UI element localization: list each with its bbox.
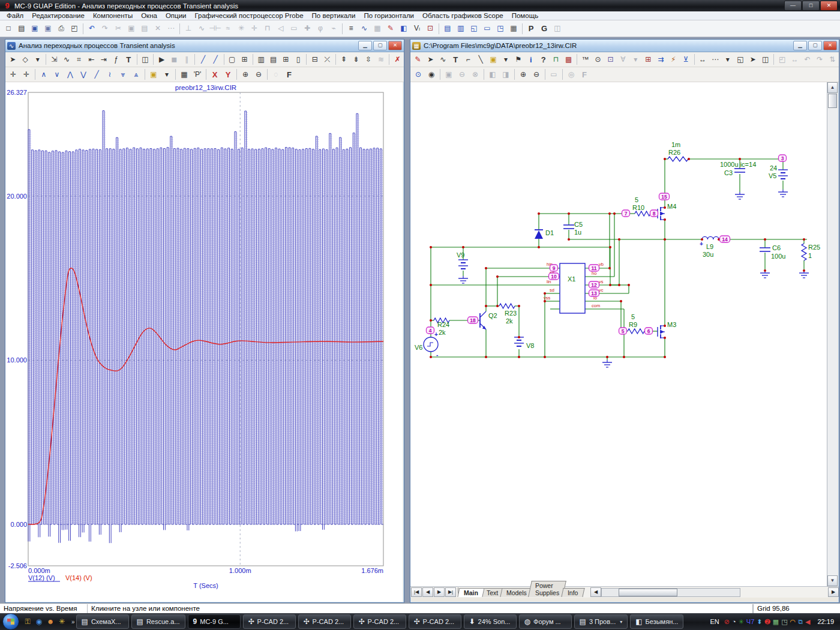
high-icon[interactable]: ⋀ (64, 68, 77, 81)
hscroll-right-arrow[interactable]: ▶ (828, 587, 839, 597)
schematic-close-button[interactable]: ✕ (823, 41, 837, 50)
peak-icon[interactable]: ∧ (37, 68, 50, 81)
slope-icon[interactable]: ╱ (90, 68, 103, 81)
pan-mode-icon[interactable]: ∿ (61, 53, 73, 66)
tray-updown-icon[interactable]: ⬍ (757, 617, 762, 626)
info-box-icon[interactable]: ▣ (487, 53, 500, 66)
tab-nav-button[interactable]: ▶| (445, 587, 456, 597)
wire-mode-icon[interactable]: ∿ (437, 53, 449, 66)
tray-mute-icon[interactable]: ◀ (805, 617, 810, 626)
plot-restore-button[interactable]: ▢ (373, 41, 387, 50)
tile-vertical-icon[interactable]: ▥ (454, 22, 467, 35)
vertical-scroll-thumb[interactable] (828, 94, 837, 108)
quick-launch-messenger-icon[interactable]: ☻ (46, 617, 55, 626)
global-low-icon[interactable]: ⩔ (116, 68, 130, 81)
low-icon[interactable]: ⋁ (77, 68, 90, 81)
tag-right-icon[interactable]: ⇟ (350, 53, 362, 66)
quick-launch-key-icon[interactable]: ⚿ (23, 617, 32, 626)
info-icon[interactable]: i (524, 53, 537, 66)
f-window-icon[interactable]: F (283, 68, 296, 81)
text-mode-icon[interactable]: T (449, 53, 462, 66)
valley-icon[interactable]: ∨ (50, 68, 64, 81)
tab-nav-button[interactable]: |◀ (411, 587, 422, 597)
open-file-icon[interactable]: ▤ (15, 22, 28, 35)
component-dropdown-icon[interactable]: ▾ (500, 53, 512, 66)
tab-power-supplies[interactable]: Power Supplies (528, 581, 566, 597)
power-display-icon[interactable]: ⚡ (667, 53, 680, 66)
cascade-icon[interactable]: ◱ (467, 22, 481, 35)
hscroll-left-arrow[interactable]: ◀ (590, 587, 601, 597)
pin-numbers-icon[interactable]: ⊞ (642, 53, 655, 66)
tab-info[interactable]: Info (562, 588, 585, 597)
new-file-icon[interactable]: □ (2, 22, 15, 35)
numeric-output-icon[interactable]: ▦ (178, 68, 191, 81)
node-numbers-icon[interactable]: ⊡ (424, 22, 437, 35)
slope-tag-icon[interactable]: ⇥ (98, 53, 110, 66)
grid-dropdown-icon[interactable]: ▾ (721, 53, 734, 66)
maximize-button[interactable]: □ (802, 1, 820, 11)
tray-wireless-icon[interactable]: ◠ (790, 617, 796, 626)
tray-refresh-icon[interactable]: ➋ (765, 617, 770, 626)
task-button-3 Пров...[interactable]: ▤ 3 Пров... ▾ (574, 614, 628, 629)
task-button-СхемаХ...[interactable]: ▤ СхемаХ... (76, 614, 129, 629)
menu-item[interactable]: Компоненты (89, 11, 137, 20)
plot-window-titlebar[interactable]: ∿ Анализ переходных процессов Transient … (5, 40, 404, 52)
quick-launch-star-icon[interactable]: ✳ (57, 617, 67, 626)
binoculars-icon[interactable]: ◉ (425, 68, 438, 81)
schematic-window-titlebar[interactable]: ▦ C:\Program Files\mc9g\DATA\preobr12_13… (410, 40, 839, 52)
inflection-icon[interactable]: ≀ (103, 68, 116, 81)
spacing-icon[interactable]: ↔ (697, 53, 709, 66)
global-high-icon[interactable]: ⩓ (130, 68, 143, 81)
menu-item[interactable]: Окна (137, 11, 161, 20)
ruler-grid-icon[interactable]: ⊞ (238, 53, 251, 66)
diagonal-line-icon[interactable]: ╲ (475, 53, 487, 66)
wire-pen-icon[interactable]: ✎ (412, 53, 424, 66)
go-letter-g-icon[interactable]: G (538, 22, 551, 35)
mode-dropdown-icon[interactable]: ▾ (31, 53, 44, 66)
tab-main[interactable]: Main (457, 588, 484, 597)
tray-blocked-icon[interactable]: ⊘ (724, 617, 730, 626)
grid-none-icon[interactable]: ▯ (292, 53, 305, 66)
save-all-icon[interactable]: ▣ (41, 22, 55, 35)
task-button-P-CAD 2...[interactable]: ✣ P-CAD 2... (353, 614, 406, 629)
zoom-out-icon[interactable]: ⊖ (252, 68, 265, 81)
schematic-canvas[interactable]: hinsdlinsdvssvbhovsvclocom1mR261000u ic=… (410, 82, 838, 586)
scope-normalize-icon[interactable]: ⊟ (308, 53, 321, 66)
tray-spider-icon[interactable]: ✳ (739, 617, 744, 626)
horizontal-scroll-thumb[interactable] (619, 589, 677, 596)
tray-pointer-ball-icon[interactable]: ◔ (732, 617, 736, 626)
menu-item[interactable]: Область графиков Scope (418, 11, 508, 20)
window-overlap-icon[interactable]: ▭ (481, 22, 494, 35)
clear-plots-icon[interactable]: ✗ (391, 53, 404, 66)
current-arrows-icon[interactable]: ⇉ (655, 53, 667, 66)
zoom-in-icon[interactable]: ⊕ (517, 68, 530, 81)
y-range-icon[interactable]: Y (221, 68, 235, 81)
calculator-icon[interactable]: ▦ (507, 22, 520, 35)
horizontal-scrollbar[interactable] (601, 588, 740, 597)
digital-probe-icon[interactable]: ⊓ (550, 53, 562, 66)
grid-horizontal-icon[interactable]: ▤ (267, 53, 280, 66)
line-tool-icon[interactable]: ╱ (197, 53, 209, 66)
on-state-icon[interactable]: ⊻ (680, 53, 692, 66)
menu-item[interactable]: Опции (161, 11, 191, 20)
undo-icon[interactable]: ↶ (85, 22, 98, 35)
db-toggle-icon[interactable]: ▣ (147, 68, 160, 81)
tab-nav-button[interactable]: ▶ (434, 587, 445, 597)
help-mode-icon[interactable]: ? (537, 53, 550, 66)
menu-item[interactable]: Графический построцессор Probe (191, 11, 308, 20)
menu-item[interactable]: Файл (2, 11, 28, 20)
tray-47-icon[interactable]: Ч7 (746, 617, 754, 626)
performance-tag-icon[interactable]: ƒ (110, 53, 122, 66)
task-button-Форум ...[interactable]: ◍ Форум ... (519, 614, 572, 629)
text-mode-icon[interactable]: T (122, 53, 135, 66)
grid-both-icon[interactable]: ⊞ (280, 53, 292, 66)
text-badge-icon[interactable]: ™ (579, 53, 592, 66)
click-pointer-icon[interactable]: ➤ (746, 53, 759, 66)
grid-dots-icon[interactable]: ⋯ (709, 53, 721, 66)
zoom-in-icon[interactable]: ⊕ (239, 68, 252, 81)
minimize-button[interactable]: — (784, 1, 802, 11)
horizontal-tag-icon[interactable]: ⇤ (85, 53, 98, 66)
plot-area[interactable]: preobr12_13irw.CIR26.32720.00010.0000.00… (5, 82, 403, 602)
graph-select-icon[interactable]: ◇ (19, 53, 32, 66)
db-dropdown-icon[interactable]: ▾ (160, 68, 173, 81)
